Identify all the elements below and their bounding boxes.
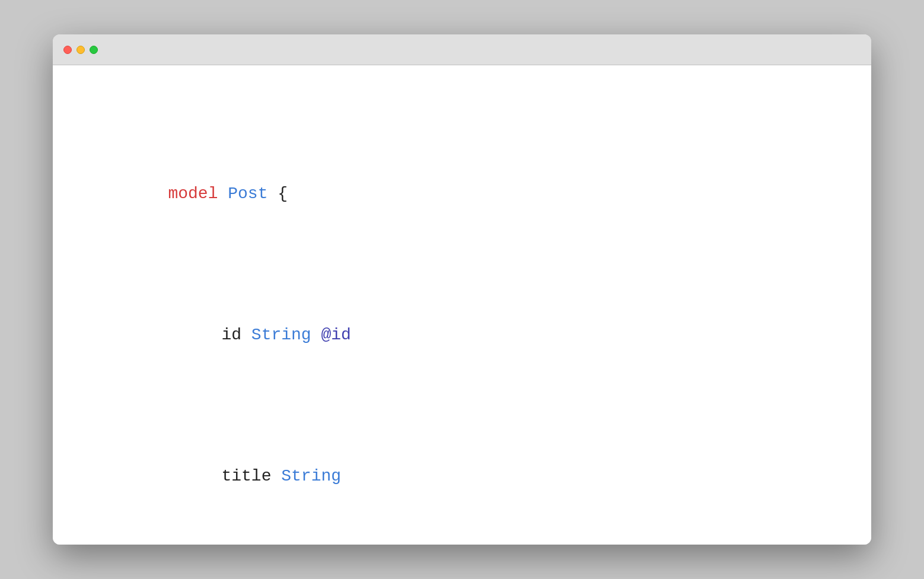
code-editor: model Post { id String @id title String …	[53, 65, 871, 545]
field-id-line: id String @id	[88, 292, 836, 377]
model-name: Post	[228, 184, 267, 203]
code-content: model Post { id String @id title String …	[88, 95, 836, 545]
app-window: model Post { id String @id title String …	[53, 34, 871, 545]
minimize-button[interactable]	[77, 46, 85, 54]
titlebar	[53, 34, 871, 65]
model-keyword: model	[168, 184, 218, 203]
maximize-button[interactable]	[90, 46, 98, 54]
model-declaration-line: model Post {	[88, 151, 836, 236]
close-button[interactable]	[63, 46, 72, 54]
field-title-line: title String	[88, 434, 836, 518]
